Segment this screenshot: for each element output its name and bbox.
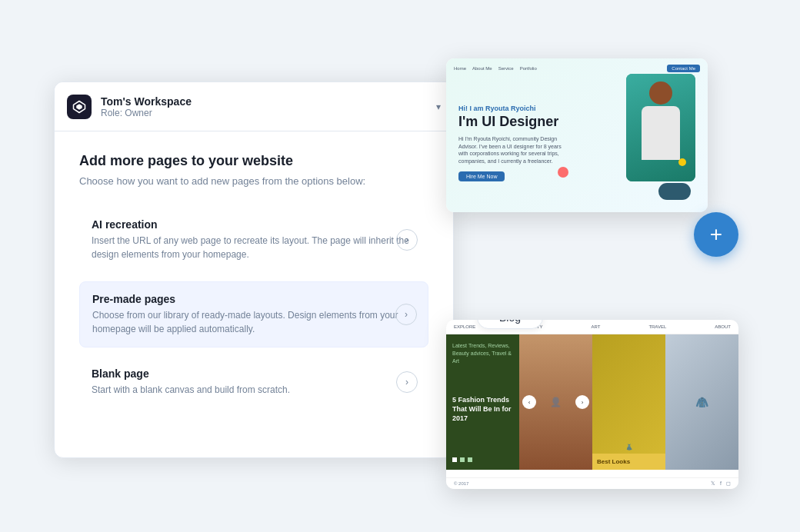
main-scene: Portfolio Home About Me Service Portfoli… [54, 35, 746, 497]
option-blank-title: Blank page [92, 367, 416, 380]
portfolio-nav-home: Home [454, 66, 466, 71]
blog-best-looks: Best Looks [597, 458, 661, 465]
blog-social-facebook[interactable]: f [720, 480, 722, 487]
blog-label: Blog [477, 320, 543, 329]
portfolio-nav-service: Service [498, 66, 514, 71]
option-premade-desc: Choose from our library of ready-made la… [92, 308, 415, 336]
logo-icon [72, 100, 86, 114]
add-page-button[interactable]: + [694, 212, 738, 257]
option-ai-title: AI recreation [92, 218, 416, 231]
blog-social-instagram[interactable]: ◻ [726, 480, 731, 487]
blog-grid: Latest Trends, Reviews, Beauty advices, … [446, 334, 738, 470]
portfolio-dot-teal [658, 183, 691, 200]
plus-icon: + [710, 222, 722, 247]
blog-col-person: 👤 › ‹ [519, 334, 592, 470]
blog-nav-art: ART [591, 324, 600, 329]
scene-wrapper: Portfolio Home About Me Service Portfoli… [0, 0, 800, 532]
option-premade-arrow[interactable]: › [395, 304, 417, 325]
blog-col-featured: Latest Trends, Reviews, Beauty advices, … [446, 334, 519, 470]
option-ai-desc: Insert the URL of any web page to recrea… [92, 234, 416, 261]
option-premade-pages[interactable]: Pre-made pages Choose from our library o… [79, 281, 428, 347]
option-ai-recreation[interactable]: AI recreation Insert the URL of any web … [79, 208, 428, 272]
option-ai-arrow[interactable]: › [396, 229, 418, 251]
svg-marker-1 [76, 104, 82, 110]
portfolio-person [626, 74, 695, 181]
blog-col-fashion: 👗 Best Looks [592, 334, 665, 470]
blog-social-twitter[interactable]: 𝕏 [711, 480, 715, 487]
blog-headline: 5 Fashion Trends That Will Be In for 201… [452, 396, 513, 423]
blog-arrow-prev[interactable]: ‹ [522, 395, 536, 409]
workspace-logo [67, 95, 92, 119]
portfolio-dot-pink [558, 167, 568, 178]
option-blank-desc: Start with a blank canvas and build from… [92, 383, 416, 397]
portfolio-dot-yellow [678, 158, 686, 166]
content-panel: Add more pages to your website Choose ho… [55, 131, 453, 457]
blog-tag: Latest Trends, Reviews, Beauty advices, … [452, 342, 513, 364]
portfolio-cta[interactable]: Hire Me Now [458, 171, 505, 181]
blog-nav-about: ABOUT [715, 324, 731, 329]
portfolio-content: Home About Me Service Portfolio Contact … [446, 58, 708, 212]
panel-subtitle: Choose how you want to add new pages fro… [79, 174, 428, 189]
blog-footer-copyright: © 2017 [454, 481, 468, 486]
workspace-dropdown-chevron[interactable]: ▾ [436, 101, 441, 112]
workspace-info: Tom's Workspace Role: Owner [101, 95, 436, 118]
blog-nav-travel: TRAVEL [648, 324, 666, 329]
blog-footer: © 2017 𝕏 f ◻ [446, 477, 738, 489]
portfolio-description: Hi I'm Ryouta Ryoichi, community Design … [458, 135, 566, 165]
app-panel: Tom's Workspace Role: Owner ▾ T N Add mo… [54, 81, 454, 458]
blog-arrow-next[interactable]: › [575, 395, 589, 409]
portfolio-nav-portfolio: Portfolio [520, 66, 537, 71]
portfolio-nav-contact: Contact Me [667, 65, 700, 72]
option-premade-title: Pre-made pages [92, 293, 415, 305]
panel-title: Add more pages to your website [79, 153, 428, 169]
option-blank-page[interactable]: Blank page Start with a blank canvas and… [79, 357, 428, 407]
blog-nav-explore: EXPLORE [454, 324, 475, 329]
blog-preview: Blog EXPLORE BEAUTY ART TRAVEL ABOUT Lat… [446, 320, 738, 489]
workspace-role: Role: Owner [101, 108, 436, 118]
blog-col-coat: 🧥 [665, 334, 738, 470]
workspace-name: Tom's Workspace [101, 95, 436, 108]
portfolio-preview: Portfolio Home About Me Service Portfoli… [446, 58, 708, 212]
option-blank-arrow[interactable]: › [396, 371, 418, 393]
workspace-bar: Tom's Workspace Role: Owner ▾ [55, 82, 453, 131]
portfolio-nav-about: About Me [472, 66, 492, 71]
